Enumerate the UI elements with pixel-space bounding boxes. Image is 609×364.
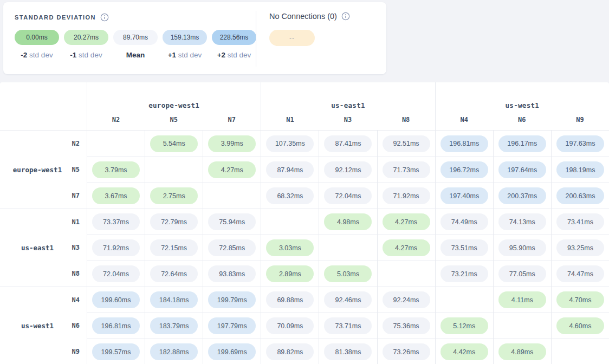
latency-pill[interactable]: 72.85ms [208,239,256,256]
std-dev-pill-label: -2 std dev [21,51,53,59]
latency-pill[interactable]: 197.40ms [440,187,488,204]
latency-pill[interactable]: 72.79ms [150,213,198,230]
matrix-row: europe-west1N53.79ms4.27ms87.94ms92.12ms… [0,157,609,183]
info-icon[interactable] [100,13,109,22]
latency-pill[interactable]: 4.27ms [383,239,430,256]
latency-cell: 70.09ms [261,313,319,339]
latency-pill[interactable]: 71.73ms [383,161,430,178]
latency-cell: 4.98ms [319,209,377,235]
latency-pill[interactable]: 199.79ms [208,291,256,308]
row-header-cell: us-west1N6 [0,313,87,339]
std-dev-label-bold: Mean [126,51,145,59]
latency-pill[interactable]: 5.03ms [324,265,372,282]
latency-pill[interactable]: 197.79ms [208,317,256,334]
latency-pill[interactable]: 5.54ms [150,135,198,152]
latency-pill[interactable]: 72.04ms [324,187,372,204]
latency-pill[interactable]: 77.05ms [498,265,546,282]
latency-pill[interactable]: 5.12ms [440,317,488,334]
latency-pill[interactable]: 68.32ms [266,187,314,204]
latency-pill[interactable]: 197.63ms [556,135,604,152]
latency-cell: 75.94ms [203,209,261,235]
latency-pill[interactable]: 74.13ms [498,213,546,230]
latency-pill[interactable]: 200.37ms [498,187,546,204]
latency-pill[interactable]: 4.27ms [208,161,256,178]
latency-pill[interactable]: 92.12ms [324,161,372,178]
latency-cell: 182.88ms [145,339,203,364]
latency-cell: 198.19ms [551,157,609,183]
latency-pill[interactable]: 71.92ms [92,239,140,256]
latency-pill[interactable]: 71.92ms [383,187,430,204]
latency-pill[interactable]: 92.24ms [383,291,430,308]
latency-pill[interactable]: 93.25ms [556,239,604,256]
latency-pill[interactable]: 81.38ms [324,343,372,360]
latency-pill[interactable]: 3.03ms [266,239,314,256]
latency-cell: 74.13ms [493,209,551,235]
latency-pill[interactable]: 184.18ms [150,291,198,308]
latency-pill[interactable]: 4.98ms [324,213,372,230]
matrix-row: N9199.57ms182.88ms199.69ms89.82ms81.38ms… [0,339,609,364]
latency-pill[interactable]: 92.51ms [383,135,430,152]
row-node-label: N3 [72,244,80,251]
latency-pill[interactable]: 69.88ms [266,291,314,308]
latency-pill[interactable]: 87.94ms [266,161,314,178]
latency-pill[interactable]: 107.35ms [266,135,314,152]
latency-cell: 87.94ms [261,157,319,183]
std-dev-label-rest: std dev [27,51,53,59]
std-dev-title: STANDARD DEVIATION [15,14,96,21]
latency-pill[interactable]: 87.41ms [324,135,372,152]
latency-pill[interactable]: 92.46ms [324,291,372,308]
latency-pill[interactable]: 72.15ms [150,239,198,256]
latency-pill[interactable]: 196.17ms [498,135,546,152]
latency-pill[interactable]: 75.36ms [383,317,430,334]
latency-pill[interactable]: 74.49ms [440,213,488,230]
std-dev-pill: 20.27ms [64,30,108,45]
latency-pill[interactable]: 73.51ms [440,239,488,256]
latency-pill[interactable]: 182.88ms [150,343,198,360]
latency-pill[interactable]: 4.60ms [556,317,604,334]
latency-pill[interactable]: 75.94ms [208,213,256,230]
latency-cell: 196.81ms [87,313,145,339]
latency-pill[interactable]: 89.82ms [266,343,314,360]
latency-pill[interactable]: 95.90ms [498,239,546,256]
latency-pill[interactable]: 3.79ms [92,161,140,178]
latency-pill[interactable]: 4.42ms [440,343,488,360]
latency-pill[interactable]: 183.79ms [150,317,198,334]
column-node-header: N2 [87,110,145,130]
latency-pill[interactable]: 73.21ms [440,265,488,282]
latency-cell: 199.57ms [87,339,145,364]
latency-pill[interactable]: 198.19ms [556,161,604,178]
info-icon[interactable] [341,12,350,21]
latency-pill[interactable]: 3.67ms [92,187,140,204]
column-region-header: us-west1 [435,82,609,110]
latency-pill[interactable]: 74.47ms [556,265,604,282]
latency-cell: 3.03ms [261,235,319,261]
latency-pill[interactable]: 196.72ms [440,161,488,178]
latency-pill[interactable]: 2.89ms [266,265,314,282]
latency-pill[interactable]: 73.41ms [556,213,604,230]
latency-pill[interactable]: 196.81ms [440,135,488,152]
latency-cell: 197.64ms [493,157,551,183]
latency-pill[interactable]: 4.89ms [498,343,546,360]
latency-pill[interactable]: 4.70ms [556,291,604,308]
latency-pill[interactable]: 197.64ms [498,161,546,178]
latency-pill[interactable]: 2.75ms [150,187,198,204]
latency-pill[interactable]: 199.60ms [92,291,140,308]
latency-pill[interactable]: 4.11ms [498,291,546,308]
latency-pill[interactable]: 73.37ms [92,213,140,230]
self-latency-cell [435,287,493,313]
latency-pill[interactable]: 72.04ms [92,265,140,282]
latency-pill[interactable]: 73.26ms [383,343,430,360]
latency-pill[interactable]: 200.63ms [556,187,604,204]
latency-pill[interactable]: 199.57ms [92,343,140,360]
matrix-row: N73.67ms2.75ms68.32ms72.04ms71.92ms197.4… [0,183,609,209]
latency-pill[interactable]: 4.27ms [383,213,430,230]
latency-pill[interactable]: 93.83ms [208,265,256,282]
latency-pill[interactable]: 72.64ms [150,265,198,282]
latency-pill[interactable]: 70.09ms [266,317,314,334]
latency-pill[interactable]: 3.99ms [208,135,256,152]
latency-cell: 72.04ms [319,183,377,209]
latency-pill[interactable]: 199.69ms [208,343,256,360]
latency-pill[interactable]: 73.71ms [324,317,372,334]
row-header-cell: us-east1N3 [0,235,87,261]
latency-pill[interactable]: 196.81ms [92,317,140,334]
